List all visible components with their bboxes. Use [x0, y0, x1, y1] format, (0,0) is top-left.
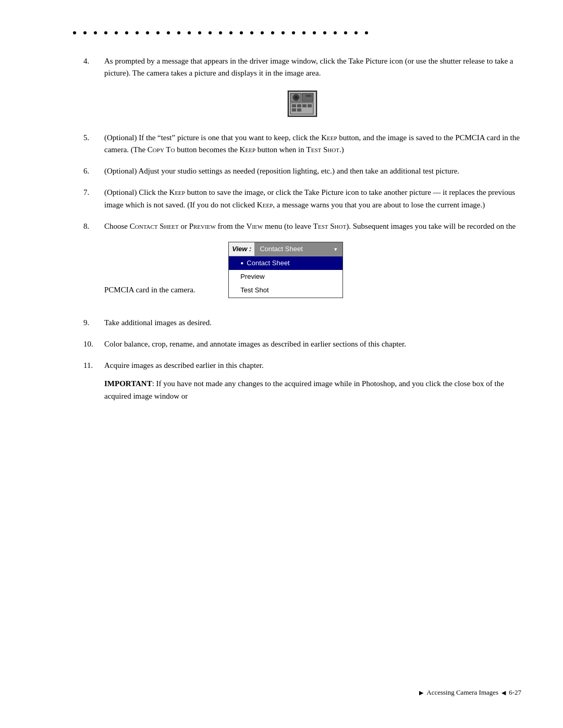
dot-3 — [94, 31, 97, 34]
dot-13 — [198, 31, 201, 34]
important-text-content: : If you have not made any changes to th… — [104, 379, 504, 400]
dot-18 — [250, 31, 253, 34]
item-8-content: Choose Contact Sheet or Preview from the… — [104, 220, 521, 307]
svg-rect-6 — [297, 104, 301, 107]
contact-sheet-label: Contact Sheet — [130, 222, 179, 230]
page-container: 4. As prompted by a message that appears… — [0, 0, 563, 728]
view-menu-screenshot: View : Contact Sheet ▾ Contact Sheet — [228, 242, 343, 298]
dot-14 — [209, 31, 212, 34]
svg-rect-10 — [297, 108, 301, 112]
svg-rect-8 — [308, 104, 312, 107]
item-11-content: Acquire images as described earlier in t… — [104, 361, 264, 369]
item-7-number: 7. — [83, 187, 104, 211]
dot-9 — [156, 31, 160, 34]
svg-rect-9 — [292, 108, 296, 112]
footer-page-number: 6-27 — [509, 688, 521, 697]
list-item-8: 8. Choose Contact Sheet or Preview from … — [83, 220, 521, 307]
dot-20 — [271, 31, 274, 34]
item-5-number: 5. — [83, 132, 104, 156]
list-item-6: 6. (Optional) Adjust your studio setting… — [83, 165, 521, 177]
menu-option-contact-sheet[interactable]: Contact Sheet — [229, 256, 342, 270]
keep-label-3: Keep — [169, 188, 185, 196]
item-6-number: 6. — [83, 165, 104, 177]
item-11-number: 11. — [83, 360, 104, 402]
take-picture-icon — [287, 90, 317, 119]
dot-23 — [302, 31, 305, 34]
svg-rect-5 — [292, 104, 296, 107]
footer-navigation: ▶ Accessing Camera Images ◀ 6-27 — [419, 688, 521, 697]
item-10-content: Color balance, crop, rename, and annotat… — [104, 338, 521, 350]
menu-title-bar: View : Contact Sheet ▾ — [229, 242, 342, 256]
preview-label: Preview — [189, 222, 216, 230]
svg-point-12 — [295, 96, 298, 99]
dot-21 — [282, 31, 285, 34]
content-area: 4. As prompted by a message that appears… — [73, 55, 521, 402]
dot-26 — [334, 31, 337, 34]
menu-selected-text: Contact Sheet — [260, 244, 302, 254]
menu-dropdown-arrow: ▾ — [334, 245, 337, 254]
list-item-10: 10. Color balance, crop, rename, and ann… — [83, 338, 521, 350]
list-item-9: 9. Take additional images as desired. — [83, 317, 521, 329]
dot-2 — [83, 31, 87, 34]
dot-6 — [125, 31, 128, 34]
menu-option-test-shot-label: Test Shot — [240, 285, 268, 295]
important-label: IMPORTANT — [104, 379, 152, 388]
menu-option-test-shot[interactable]: Test Shot — [229, 283, 342, 297]
menu-view-label: View : — [229, 242, 254, 256]
copy-to-label: Copy To — [148, 145, 175, 154]
list-item-5: 5. (Optional) If the “test” picture is o… — [83, 132, 521, 156]
item-7-content: (Optional) Click the Keep button to save… — [104, 187, 521, 211]
menu-option-preview[interactable]: Preview — [229, 270, 342, 283]
footer-left-arrow-icon: ◀ — [501, 689, 506, 696]
item-9-number: 9. — [83, 317, 104, 329]
list-item-11: 11. Acquire images as described earlier … — [83, 360, 521, 402]
dot-1 — [73, 31, 76, 34]
dot-10 — [167, 31, 170, 34]
dot-29 — [365, 31, 368, 34]
dot-22 — [292, 31, 295, 34]
dot-25 — [323, 31, 326, 34]
list-item-4: 4. As prompted by a message that appears… — [83, 55, 521, 80]
dot-8 — [146, 31, 149, 34]
item-4-number: 4. — [83, 55, 104, 80]
menu-dropdown-body: Contact Sheet Preview Test Shot — [229, 256, 342, 297]
svg-rect-13 — [306, 95, 311, 97]
dot-15 — [219, 31, 222, 34]
view-label: View — [247, 222, 263, 230]
test-shot-label-1: Test Shot — [307, 145, 339, 154]
menu-selected-display: Contact Sheet ▾ — [254, 242, 342, 256]
item-4-content: As prompted by a message that appears in… — [104, 55, 521, 80]
keep-label-4: Keep — [257, 201, 273, 209]
dot-7 — [136, 31, 139, 34]
item-8-number: 8. — [83, 220, 104, 307]
dot-4 — [104, 31, 107, 34]
dot-16 — [229, 31, 232, 34]
dot-28 — [354, 31, 358, 34]
footer-right-arrow-icon: ▶ — [419, 689, 423, 696]
svg-rect-14 — [306, 98, 308, 100]
item-10-number: 10. — [83, 338, 104, 350]
item-9-content: Take additional images as desired. — [104, 317, 521, 329]
important-paragraph: IMPORTANT: If you have not made any chan… — [104, 378, 521, 402]
list-item-7: 7. (Optional) Click the Keep button to s… — [83, 187, 521, 211]
dot-12 — [188, 31, 191, 34]
item-6-content: (Optional) Adjust your studio settings a… — [104, 165, 521, 177]
dot-19 — [261, 31, 264, 34]
camera-icon-container — [83, 90, 521, 119]
test-shot-label-2: Test Shot — [313, 222, 346, 230]
dot-11 — [177, 31, 180, 34]
item-5-content: (Optional) If the “test” picture is one … — [104, 132, 521, 156]
keep-label-2: Keep — [240, 145, 255, 154]
menu-option-preview-label: Preview — [240, 272, 264, 282]
dot-17 — [240, 31, 243, 34]
footer-section-label: Accessing Camera Images — [426, 688, 498, 697]
svg-rect-3 — [302, 93, 313, 102]
dot-27 — [344, 31, 347, 34]
dot-24 — [313, 31, 316, 34]
dot-5 — [115, 31, 118, 34]
svg-rect-7 — [302, 104, 307, 107]
keep-label-1: Keep — [321, 133, 337, 142]
menu-option-contact-sheet-label: Contact Sheet — [247, 258, 289, 268]
instructions-list: 4. As prompted by a message that appears… — [83, 55, 521, 402]
decorative-dots-row — [73, 31, 521, 34]
